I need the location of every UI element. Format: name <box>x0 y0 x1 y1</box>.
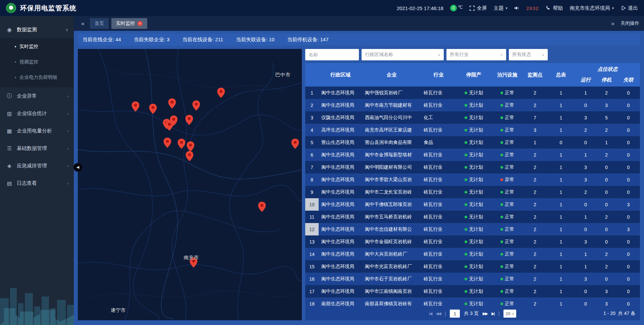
tab-1[interactable]: 实时监控× <box>111 18 147 29</box>
table-row[interactable]: 12阆中生态环境局阆中市忠信建材有限公砖瓦行业无计划正常21003 <box>305 223 640 235</box>
cell-industry: 砖瓦行业 <box>421 87 456 99</box>
cell-facility: 正常 <box>491 211 523 223</box>
prev-page-button[interactable]: ◀◀ <box>436 311 440 316</box>
tabs-back-icon[interactable]: « <box>78 20 87 27</box>
log-icon: ▤ <box>6 180 13 186</box>
current-page-input[interactable]: 1 <box>450 310 460 318</box>
sidebar-subitem[interactable]: 视频监控 <box>0 54 74 70</box>
first-page-button[interactable]: |◀ <box>429 311 432 316</box>
tab-bar: « 首页实时监控× » 关闭操作 <box>74 16 644 31</box>
map-pin-icon[interactable] <box>131 101 139 113</box>
cell-company: 阆中市石子页岩机砖厂 <box>362 273 421 285</box>
org-dropdown[interactable]: 南充市生态环境局 ▾ <box>570 5 614 11</box>
table-row[interactable]: 9阆中生态环境局阆中市二龙长宝页岩砖砖瓦行业无计划正常21200 <box>305 186 640 198</box>
cell-stopped: 2 <box>596 149 617 161</box>
cell-stopped: 0 <box>596 161 617 173</box>
map-pin-icon[interactable] <box>291 139 299 150</box>
chevron-down-icon: ∨ <box>542 53 544 57</box>
table-row[interactable]: 16阆中生态环境局阆中市石子页岩机砖厂砖瓦行业无计划正常21300 <box>305 273 640 285</box>
next-page-button[interactable]: ▶▶ <box>483 311 487 316</box>
cell-stopped: 0 <box>596 235 617 248</box>
table-row[interactable]: 3仪陇生态环境局西南油气田分公司川中化工无计划正常71350 <box>305 111 640 124</box>
theme-dropdown[interactable]: 主题 ▾ <box>494 5 508 11</box>
map-pin-icon[interactable] <box>168 98 176 110</box>
table-row[interactable]: 10阆中生态环境局阆中千佛镇五郎垭页岩砖瓦行业无计划正常21003 <box>305 198 640 211</box>
cell-running: 1 <box>575 87 596 99</box>
chevron-left-icon: ‹ <box>67 128 68 133</box>
close-operations-button[interactable]: 关闭操作 <box>621 20 639 26</box>
map-pin-icon[interactable] <box>192 100 200 112</box>
speaker-icon[interactable] <box>514 5 520 11</box>
table-row[interactable]: 2阆中生态环境局阆中市南方节能建材有砖瓦行业无计划正常21030 <box>305 99 640 111</box>
tab-close-icon[interactable]: × <box>138 21 143 26</box>
table-row[interactable]: 1阆中生态环境局阆中强锐页岩砖厂砖瓦行业无计划正常21120 <box>305 87 640 99</box>
sidebar-subitem[interactable]: 实时监控 <box>0 39 74 54</box>
tab-0[interactable]: 首页 <box>90 18 109 29</box>
cell-company: 西南油气田分公司川中 <box>362 111 421 124</box>
map-pin-icon[interactable] <box>185 115 193 126</box>
map-pin-icon[interactable] <box>258 202 266 213</box>
cell-running: 2 <box>575 124 596 136</box>
status-dot-icon <box>500 154 503 156</box>
cell-meters: 1 <box>547 223 575 235</box>
status-dot-icon <box>500 191 503 194</box>
map-panel: 巴中市南充市遂宁市 ◀ <box>78 49 302 320</box>
cell-company: 阆中大兴页岩机砖厂 <box>362 248 421 260</box>
logout-button[interactable]: 退出 <box>621 5 638 11</box>
sidebar-subitem[interactable]: 企业电力负荷明细 <box>0 70 74 85</box>
map-pin-icon[interactable] <box>217 88 225 99</box>
cell-points: 2 <box>523 173 547 186</box>
table-row[interactable]: 8阆中生态环境局阆中市枣碧大梁山页岩砖瓦行业无计划异常21300 <box>305 173 640 186</box>
pagination-divider: | <box>445 311 446 316</box>
table-row[interactable]: 5营山生态环境局营山县润丰肉食品有限食品无计划正常10010 <box>305 136 640 149</box>
cell-industry: 砖瓦行业 <box>421 99 456 111</box>
help-button[interactable]: 帮助 <box>545 5 563 11</box>
status-dot-icon <box>465 216 467 218</box>
map-collapse-button[interactable]: ◀ <box>73 163 82 172</box>
fullscreen-button[interactable]: 全屏 <box>470 5 487 11</box>
table-row[interactable]: 7阆中生态环境局阆中明阳建材有限公司砖瓦行业无计划正常21300 <box>305 161 640 173</box>
name-search-input[interactable] <box>305 49 359 60</box>
cell-meters: 1 <box>547 111 575 124</box>
region-select[interactable]: 行政区域名称 ∨ <box>362 49 444 60</box>
cell-running: 3 <box>575 161 596 173</box>
map[interactable]: 巴中市南充市遂宁市 <box>78 49 302 320</box>
last-page-button[interactable]: ▶| <box>491 311 494 316</box>
table-row[interactable]: 6阆中生态环境局阆中市金博瑞新型墙材砖瓦行业无计划正常21120 <box>305 149 640 161</box>
table-row[interactable]: 13阆中生态环境局阆中市金福旺页岩机砖砖瓦行业无计划正常21300 <box>305 235 640 248</box>
table-row[interactable]: 15阆中生态环境局阆中市光富页岩机砖厂砖瓦行业无计划正常21120 <box>305 260 640 273</box>
map-pin-icon[interactable] <box>149 104 157 115</box>
sidebar-item-0[interactable]: ◉数据监测∨ <box>0 21 74 38</box>
map-pin-icon[interactable] <box>170 115 177 127</box>
col-index <box>305 63 319 87</box>
sidebar-item-2[interactable]: ▥企业综合统计‹ <box>0 105 74 122</box>
page-size-select[interactable]: 20 ∨ <box>503 310 516 318</box>
status-dot-icon <box>500 265 503 268</box>
table-row[interactable]: 18南部生态环境局南部县双佛镇页岩砖有砖瓦行业无计划正常21030 <box>305 297 640 307</box>
table-row[interactable]: 4高坪生态环境局南充市高坪区王家店建砖瓦行业无计划正常31220 <box>305 124 640 136</box>
cell-points: 7 <box>523 111 547 124</box>
map-pin-icon[interactable] <box>164 138 171 149</box>
cell-lost: 0 <box>617 87 640 99</box>
status-dot-icon <box>500 240 503 243</box>
sidebar-item-3[interactable]: ▦企业用电量分析‹ <box>0 122 74 140</box>
cell-meters: 1 <box>547 235 575 248</box>
map-pin-icon[interactable] <box>186 151 194 163</box>
cell-stopped: 0 <box>596 198 617 211</box>
table-row[interactable]: 17阆中生态环境局阆中市江南镇阆南页岩砖瓦行业无计划正常21030 <box>305 285 640 297</box>
industry-select[interactable]: 所有行业 ∨ <box>446 49 506 60</box>
status-select[interactable]: 所有状态 ∨ <box>509 49 548 60</box>
tabs-forward-icon[interactable]: » <box>608 20 617 27</box>
table-body: 1阆中生态环境局阆中强锐页岩砖厂砖瓦行业无计划正常211202阆中生态环境局阆中… <box>305 87 640 307</box>
sidebar-item-5[interactable]: ◈应急减排管理‹ <box>0 157 74 174</box>
cell-points: 2 <box>523 186 547 198</box>
table-row[interactable]: 11阆中生态环境局阆中市五马桥页岩机砖砖瓦行业无计划正常21120 <box>305 211 640 223</box>
cell-meters: 1 <box>547 273 575 285</box>
sidebar-item-1[interactable]: ⓘ企业异常‹ <box>0 87 74 105</box>
sidebar-item-6[interactable]: ▤日志查看‹ <box>0 174 74 192</box>
map-pin-icon[interactable] <box>177 139 185 150</box>
table-row[interactable]: 14阆中生态环境局阆中大兴页岩机砖厂砖瓦行业无计划正常21120 <box>305 248 640 260</box>
sidebar-item-4[interactable]: ☰基础数据管理‹ <box>0 140 74 157</box>
col-meters: 总表 <box>547 63 575 87</box>
cell-limit: 无计划 <box>456 297 491 307</box>
